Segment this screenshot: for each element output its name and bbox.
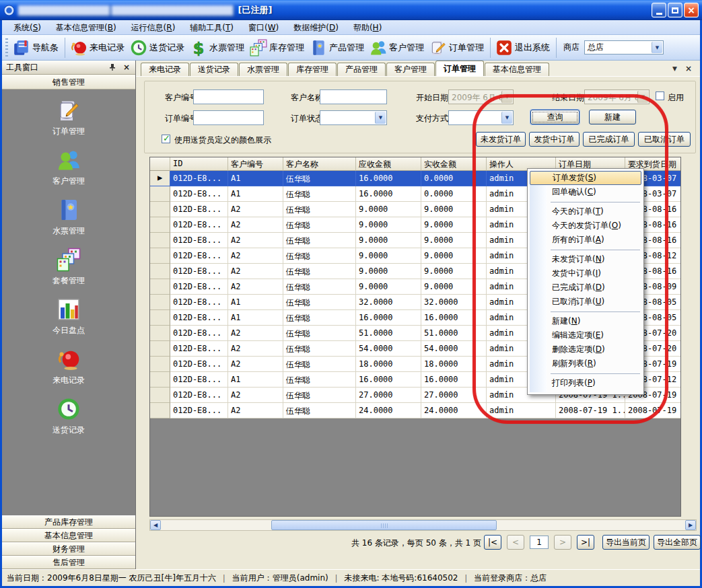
- sidebar-section-0[interactable]: 产品库存管理: [2, 515, 135, 529]
- toolbar-button-4[interactable]: 库存管理: [248, 38, 308, 58]
- menubar-item-3[interactable]: 辅助工具(T): [182, 20, 241, 35]
- tool-window-close-icon[interactable]: ×: [122, 63, 131, 72]
- order-status-filter-button-1[interactable]: 发货中订单: [529, 132, 580, 147]
- order-status-filter-button-3[interactable]: 已取消订单: [638, 132, 691, 147]
- maximize-button[interactable]: [668, 3, 682, 17]
- scroll-right-icon[interactable]: ▶: [685, 520, 696, 530]
- tab-3[interactable]: 库存管理: [288, 63, 337, 76]
- menubar-item-6[interactable]: 帮助(H): [346, 20, 389, 35]
- enable-date-checkbox[interactable]: [656, 91, 664, 100]
- menubar-item-1[interactable]: 基本信息管理(B): [48, 20, 124, 35]
- table-header-4[interactable]: 实收金额: [421, 157, 487, 171]
- row-selector-cell[interactable]: [150, 341, 170, 357]
- pay-method-select[interactable]: ▼: [448, 110, 514, 125]
- context-menu-item-9[interactable]: 已完成订单(D): [530, 281, 641, 295]
- context-menu-item-1[interactable]: 回单确认(C): [530, 185, 641, 199]
- export-all-pages-button[interactable]: 导出全部页: [654, 535, 701, 550]
- toolbar-button-3[interactable]: $水票管理: [188, 38, 248, 58]
- row-selector-cell[interactable]: [150, 357, 170, 372]
- context-menu-item-14[interactable]: 删除选定项(D): [530, 342, 641, 357]
- menubar-item-5[interactable]: 数据维护(D): [286, 20, 346, 35]
- tab-7[interactable]: 基本信息管理: [485, 63, 549, 76]
- tab-list-dropdown-icon[interactable]: ▼: [672, 65, 677, 72]
- row-selector-cell[interactable]: [150, 233, 170, 248]
- first-page-button[interactable]: |<: [484, 535, 501, 550]
- customer-no-input[interactable]: [193, 89, 264, 104]
- table-header-1[interactable]: 客户编号: [228, 157, 283, 171]
- delivery-color-checkbox[interactable]: [162, 135, 170, 143]
- table-header-2[interactable]: 客户名称: [283, 157, 356, 171]
- tab-1[interactable]: 送货记录: [190, 63, 238, 76]
- context-menu-item-7[interactable]: 未发货订单(N): [530, 252, 641, 266]
- tab-0[interactable]: 来电记录: [141, 63, 189, 76]
- row-selector-cell[interactable]: [150, 264, 170, 279]
- order-status-filter-button-2[interactable]: 已完成订单: [583, 132, 635, 147]
- pin-icon[interactable]: [108, 63, 116, 71]
- context-menu-item-10[interactable]: 已取消订单(U): [530, 295, 641, 309]
- table-header-0[interactable]: ID: [170, 157, 228, 171]
- shop-combobox[interactable]: 总店▼: [584, 40, 664, 54]
- row-selector-cell[interactable]: [150, 403, 170, 418]
- row-selector-cell[interactable]: [150, 372, 170, 388]
- last-page-button[interactable]: >|: [577, 535, 594, 550]
- toolbar-button-8[interactable]: 退出系统: [493, 38, 553, 58]
- next-page-button[interactable]: >: [554, 535, 571, 550]
- sidebar-item-2[interactable]: 水票管理: [52, 198, 85, 237]
- sidebar-item-3[interactable]: 套餐管理: [52, 248, 85, 287]
- order-no-input[interactable]: [193, 110, 264, 125]
- row-selector-arrow-icon[interactable]: ▶: [150, 171, 170, 186]
- sidebar-item-5[interactable]: 来电记录: [52, 347, 85, 386]
- row-selector-cell[interactable]: [150, 279, 170, 295]
- sidebar-section-3[interactable]: 售后管理: [2, 556, 135, 569]
- sidebar-item-4[interactable]: 今日盘点: [52, 297, 85, 336]
- toolbar-button-6[interactable]: 客户管理: [367, 38, 427, 58]
- toolbar-button-2[interactable]: 送货记录: [128, 38, 188, 58]
- end-date-picker[interactable]: 2009年 6月 8日 ▼: [584, 89, 650, 104]
- table-row[interactable]: 012D-E8...A2伍华聪24.000024.0000admin2008-0…: [150, 403, 680, 418]
- prev-page-button[interactable]: <: [507, 535, 524, 550]
- context-menu-item-12[interactable]: 新建(N): [530, 314, 641, 328]
- toolbar-button-1[interactable]: 来电记录: [68, 38, 128, 58]
- order-status-select[interactable]: ▼: [320, 110, 387, 125]
- menubar-item-0[interactable]: 系统(S): [6, 20, 48, 35]
- row-selector-cell[interactable]: [150, 186, 170, 202]
- context-menu-item-13[interactable]: 编辑选定项(E): [530, 328, 641, 342]
- sidebar-section-1[interactable]: 基本信息管理: [2, 529, 135, 542]
- row-selector-cell[interactable]: [150, 248, 170, 264]
- sidebar-item-0[interactable]: 订单管理: [52, 98, 85, 137]
- context-menu-item-4[interactable]: 今天的发货订单(O): [530, 219, 641, 233]
- tab-6[interactable]: 订单管理: [435, 61, 484, 76]
- tab-close-icon[interactable]: ×: [685, 64, 692, 73]
- order-status-filter-button-0[interactable]: 未发货订单: [476, 132, 526, 147]
- scroll-left-icon[interactable]: ◀: [150, 520, 161, 530]
- toolbar-button-7[interactable]: 订单管理: [427, 38, 487, 58]
- toolbar-button-5[interactable]: 产品管理: [308, 38, 367, 58]
- query-button[interactable]: 查询: [530, 110, 580, 124]
- row-selector-cell[interactable]: [150, 217, 170, 233]
- tab-5[interactable]: 客户管理: [386, 63, 435, 76]
- row-selector-cell[interactable]: [150, 310, 170, 326]
- customer-name-input[interactable]: [320, 89, 387, 104]
- horizontal-scrollbar[interactable]: ◀ ▶: [149, 519, 697, 531]
- toolbar-button-0[interactable]: 导航条: [11, 38, 62, 58]
- tab-4[interactable]: 产品管理: [337, 63, 386, 76]
- row-selector-cell[interactable]: [150, 295, 170, 310]
- row-selector-cell[interactable]: [150, 202, 170, 217]
- scrollbar-thumb[interactable]: [271, 520, 497, 530]
- tab-2[interactable]: 水票管理: [239, 63, 287, 76]
- row-selector-cell[interactable]: [150, 388, 170, 403]
- menubar-item-2[interactable]: 运行信息(R): [124, 20, 183, 35]
- sidebar-section-2[interactable]: 财务管理: [2, 542, 135, 556]
- new-button[interactable]: 新建: [589, 110, 636, 124]
- sidebar-item-1[interactable]: 客户管理: [52, 148, 85, 187]
- close-button[interactable]: ×: [684, 3, 699, 17]
- menubar-item-4[interactable]: 窗口(W): [241, 20, 286, 35]
- context-menu-item-8[interactable]: 发货中订单(I): [530, 266, 641, 281]
- export-current-page-button[interactable]: 导出当前页: [602, 535, 650, 550]
- context-menu-item-3[interactable]: 今天的订单(T): [530, 205, 641, 219]
- start-date-picker[interactable]: 2009年 6月 8日 ▼: [448, 89, 514, 104]
- sidebar-section-sales[interactable]: 销售管理: [2, 75, 135, 89]
- minimize-button[interactable]: [652, 3, 666, 17]
- table-header-3[interactable]: 应收金额: [356, 157, 421, 171]
- context-menu-item-15[interactable]: 刷新列表(R): [530, 357, 641, 371]
